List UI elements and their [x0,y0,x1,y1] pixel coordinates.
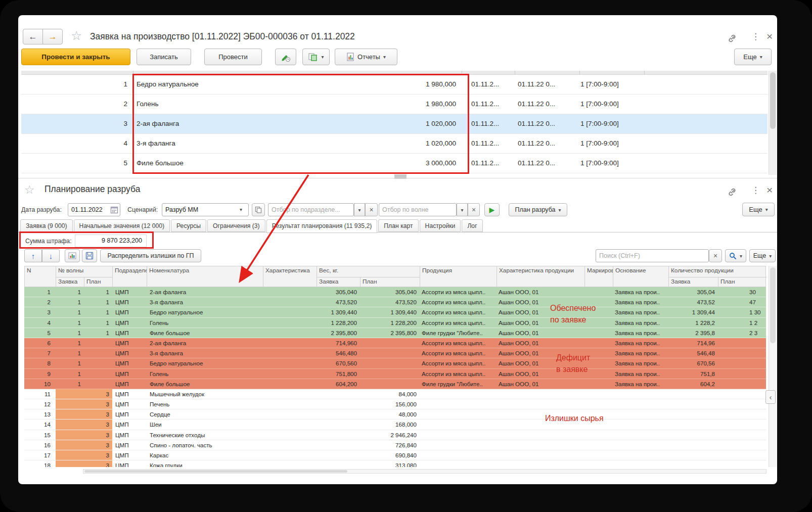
posting-results-button[interactable] [275,49,296,65]
header-basis[interactable]: Основание [613,266,669,287]
header-nomenclature[interactable]: Номенклатура [147,266,263,287]
move-up-button[interactable]: ↑ [24,249,42,262]
save-result-button[interactable] [82,249,97,262]
header-weight[interactable]: Вес, кг. [317,266,420,277]
cell-date-start: 01.11.2... [471,154,518,173]
header-wave-request[interactable]: Заявка [56,277,84,287]
header-weight-request[interactable]: Заявка [317,277,360,287]
search-clear-button[interactable]: × [709,249,722,262]
tab[interactable]: Лог [462,219,482,232]
table-row[interactable]: 2 Голень 1 980,000 01.11.2... 01.11.22 0… [21,95,768,114]
table-row[interactable]: 3 2-ая фаланга 1 020,000 01.11.2... 01.1… [21,114,768,134]
link-icon[interactable] [727,33,737,43]
department-filter-dropdown-button[interactable]: ▾ [354,203,365,216]
run-planning-button[interactable]: ▶ [484,203,500,216]
header-wave-plan[interactable]: План [84,277,113,287]
cell-qty-plan [718,450,766,460]
table-row[interactable]: 17 3 ЦМП Каркас 690,840 [24,450,766,460]
result-more-button[interactable]: Еще ▾ [749,249,776,262]
close-window-icon[interactable]: × [766,30,773,42]
close-window-icon[interactable]: × [766,184,773,196]
post-button[interactable]: Провести [204,49,262,65]
header-marking[interactable]: Маркировка [585,266,613,287]
kebab-menu-icon[interactable]: ⋮ [751,185,760,196]
tab[interactable]: Ограничения (3) [207,219,265,232]
table-row[interactable]: 5 Филе большое 3 000,000 01.11.2... 01.1… [21,154,768,173]
scenario-open-button[interactable] [252,203,265,216]
chart-button[interactable] [65,249,80,262]
table-row[interactable]: 16 3 ЦМП Спино - лопаточ. часть 726,840 [24,440,766,450]
table-row[interactable]: 14 3 ЦМП Шеи 168,000 [24,420,766,430]
table-row[interactable]: 6 1 ЦМП 2-ая фаланга 714,960 Ассорти из … [24,338,766,348]
table-row[interactable]: 3 1 1 ЦМП Бедро натуральное 1 309,440 1 … [24,307,766,317]
cell-n: 4 [24,318,56,328]
tab-label: Лог [467,222,477,229]
tab[interactable]: План карт [378,219,418,232]
header-product-characteristic[interactable]: Характеристика продукции [497,266,585,287]
favorite-star-icon[interactable]: ☆ [71,28,82,43]
department-filter-clear-button[interactable]: × [365,203,378,216]
table-row[interactable]: 4 3-я фаланга 1 020,000 01.11.2... 01.11… [21,134,768,154]
top-more-button[interactable]: Еще ▾ [734,49,772,65]
cell-basis: Заявка на прои.. [613,307,668,317]
post-and-close-button[interactable]: Провести и закрыть [21,49,130,65]
header-qty[interactable]: Количество продукции [669,266,766,277]
wave-filter-input[interactable] [379,203,457,216]
table-row[interactable]: 1 1 1 ЦМП 2-ая фаланга 305,040 305,040 А… [24,287,766,297]
table-row[interactable]: 4 1 1 ЦМП Голень 1 228,200 1 228,200 Асс… [24,318,766,328]
search-input[interactable] [596,249,709,262]
header-product[interactable]: Продукция [420,266,497,287]
result-table-horizontal-scrollbar[interactable] [83,469,766,474]
header-qty-request[interactable]: Заявка [669,277,718,287]
table-row[interactable]: 1 Бедро натуральное 1 980,000 01.11.2...… [21,75,768,95]
cell-quantity: 1 980,000 [304,95,456,114]
nav-forward-button[interactable]: → [42,29,63,44]
table-row[interactable]: 9 1 ЦМП Голень 751,800 Ассорти из мяса ц… [24,369,766,379]
move-down-button[interactable]: ↓ [42,249,60,262]
table-row[interactable]: 5 1 1 ЦМП Филе большое 2 395,800 2 395,8… [24,328,766,338]
search-button[interactable]: ▾ [725,249,746,262]
table-row[interactable]: 2 1 1 ЦМП 3-я фаланга 473,520 473,520 Ас… [24,297,766,307]
table-row[interactable]: 15 3 ЦМП Технические отходы 2 946,240 [24,430,766,440]
nav-back-button[interactable]: ← [23,29,43,44]
table-row[interactable]: 10 1 ЦМП Филе большое 604,200 Филе грудк… [24,379,766,389]
save-button[interactable]: Записать [137,49,191,65]
department-filter-input[interactable] [268,203,354,216]
header-wave[interactable]: № волны [56,266,113,277]
kebab-menu-icon[interactable]: ⋮ [751,31,760,42]
wave-filter-clear-button[interactable]: × [468,203,480,216]
create-based-on-button[interactable]: ▾ [302,49,330,65]
tab[interactable]: Настройки [420,219,461,232]
table-row[interactable]: 12 3 ЦМП Печень 156,000 [24,399,766,409]
table-row[interactable]: 7 1 ЦМП 3-я фаланга 546,480 Ассорти из м… [24,348,766,358]
table-row[interactable]: 13 3 ЦМП Сердце 48,000 [24,409,766,420]
tab[interactable]: Заявка (9 000) [20,219,73,232]
header-n[interactable]: N [25,266,56,287]
calendar-icon[interactable] [110,206,118,214]
table-row[interactable]: 11 3 ЦМП Мышечный желудок 84,000 [24,389,766,399]
table-row[interactable]: 8 1 ЦМП Бедро натуральное 670,560 Ассорт… [24,358,766,368]
scenario-input[interactable] [162,203,249,216]
tab[interactable]: Результат планирования (11 935,2) [266,219,378,233]
link-icon[interactable] [727,187,737,197]
favorite-star-icon[interactable]: ☆ [24,183,35,197]
header-characteristic[interactable]: Характеристика [263,266,317,287]
result-table-vertical-scrollbar[interactable] [769,266,777,467]
tab-label: Ограничения (3) [213,222,260,229]
cell-marking [584,379,613,389]
header-qty-plan[interactable]: План [718,277,766,287]
header-department[interactable]: Подразделение [113,266,147,287]
bottom-more-button[interactable]: Еще ▾ [742,203,775,216]
scenario-dropdown-icon[interactable]: ▾ [240,207,242,212]
top-table-vertical-scrollbar[interactable] [769,71,777,175]
cut-plan-button[interactable]: План разруба ▾ [509,203,567,216]
table-row[interactable]: 18 3 ЦМП Кожа грудки 313,080 [24,460,766,467]
collapse-panel-chevron-button[interactable]: ‹ [765,390,776,404]
reports-button[interactable]: Отчеты ▾ [335,49,397,65]
tab[interactable]: Начальные значения (12 000) [74,219,170,232]
wave-filter-dropdown-button[interactable]: ▾ [457,203,468,216]
tab[interactable]: Ресурсы [171,219,206,232]
distribute-surplus-button[interactable]: Распределить излишки по ГП [100,249,201,262]
header-weight-plan[interactable]: План [360,277,420,287]
cell-department: ЦМП [112,358,147,368]
